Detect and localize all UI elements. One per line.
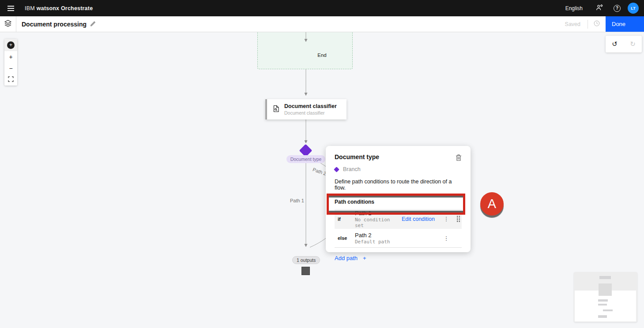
classifier-subtitle: Document classifier (284, 110, 337, 116)
document-classifier-node[interactable]: Document classifier Document classifier (265, 99, 346, 119)
path2-detail: Default path (355, 239, 442, 245)
panel-description: Define path conditions to route the dire… (335, 179, 462, 191)
brand-prefix: IBM (25, 5, 35, 11)
path2-overflow-menu-icon[interactable]: ⋮ (442, 235, 450, 242)
done-button[interactable]: Done (606, 16, 644, 32)
classifier-title: Document classifier (284, 103, 337, 109)
add-path-plus-icon: + (363, 255, 366, 261)
add-path-label: Add path (335, 255, 358, 261)
branch-node-label: Document type (286, 155, 325, 163)
brand: IBMwatsonx Orchestrate (25, 5, 93, 11)
flow-layers-button[interactable] (0, 16, 16, 32)
help-icon: ? (614, 5, 621, 12)
path1-detail: No condition set (355, 217, 402, 228)
version-history-button[interactable] (588, 16, 606, 32)
flow-edges (0, 32, 644, 328)
page-title: Document processing (22, 21, 87, 28)
fit-to-screen-button[interactable] (4, 74, 17, 86)
branch-properties-panel: Document type Branch Define path conditi… (326, 146, 471, 252)
edit-condition-link[interactable]: Edit condition (402, 216, 435, 222)
user-settings-button[interactable] (591, 0, 608, 16)
history-clock-icon (593, 20, 600, 29)
path2-keyword: else (335, 235, 355, 241)
path-row-1[interactable]: if Path 1 No condition set Edit conditio… (335, 209, 462, 229)
node-type-label: Branch (343, 166, 361, 172)
path1-name: Path 1 (355, 210, 402, 216)
end-node-label: End (0, 52, 644, 58)
flow-end-terminal[interactable] (301, 267, 310, 275)
panel-title: Document type (335, 153, 379, 160)
layers-icon (4, 19, 12, 29)
node-type-row: Branch (335, 166, 462, 172)
minimap[interactable] (574, 272, 637, 322)
zoom-out-button[interactable]: − (4, 63, 17, 74)
app-header: IBMwatsonx Orchestrate English ? LT (0, 0, 644, 16)
path2-main: Path 2 Default path (355, 232, 442, 245)
path1-drag-handle-icon[interactable] (455, 216, 462, 222)
rename-flow-button[interactable] (90, 20, 96, 28)
edge-label-path2: Path 2 (312, 167, 327, 176)
path-row-2[interactable]: else Path 2 Default path ⋮ (335, 229, 462, 248)
add-node-icon: + (7, 41, 15, 49)
path-conditions-heading: Path conditions (335, 199, 462, 205)
redo-button[interactable]: ↻ (624, 36, 642, 52)
add-node-button[interactable]: + (4, 39, 17, 51)
annotation-marker-a: A (480, 192, 504, 216)
avatar[interactable]: LT (628, 3, 639, 14)
classifier-text: Document classifier Document classifier (284, 103, 337, 116)
help-button[interactable]: ? (608, 0, 626, 16)
path1-main: Path 1 No condition set (355, 210, 402, 228)
end-drop-zone[interactable] (257, 32, 353, 69)
path-conditions-list: if Path 1 No condition set Edit conditio… (335, 209, 462, 248)
user-gear-icon (596, 4, 603, 13)
trash-icon (456, 156, 462, 162)
document-classifier-icon (272, 105, 280, 114)
fit-to-screen-icon (8, 76, 14, 83)
brand-product: watsonx Orchestrate (37, 5, 93, 11)
path1-keyword: if (335, 216, 355, 222)
canvas-controls: + + − (4, 39, 17, 86)
path1-overflow-menu-icon[interactable]: ⋮ (442, 216, 450, 222)
branch-type-icon (334, 167, 339, 172)
undo-button[interactable]: ↺ (606, 36, 624, 52)
edge-label-path1: Path 1 (290, 198, 304, 203)
outputs-badge: 1 outputs (292, 256, 320, 264)
flow-canvas[interactable]: End Document classifier Document classif… (0, 32, 644, 328)
delete-node-button[interactable] (456, 154, 462, 162)
menu-icon[interactable] (0, 0, 21, 16)
zoom-in-button[interactable]: + (4, 51, 17, 63)
path2-name: Path 2 (355, 232, 442, 239)
flow-toolbar: Document processing Saved Done (0, 16, 644, 32)
undo-redo-card: ↺ ↻ (606, 36, 642, 52)
save-status: Saved (558, 21, 588, 27)
language-selector[interactable]: English (557, 0, 591, 16)
add-path-button[interactable]: Add path + (335, 255, 462, 261)
edit-pencil-icon (90, 20, 96, 28)
